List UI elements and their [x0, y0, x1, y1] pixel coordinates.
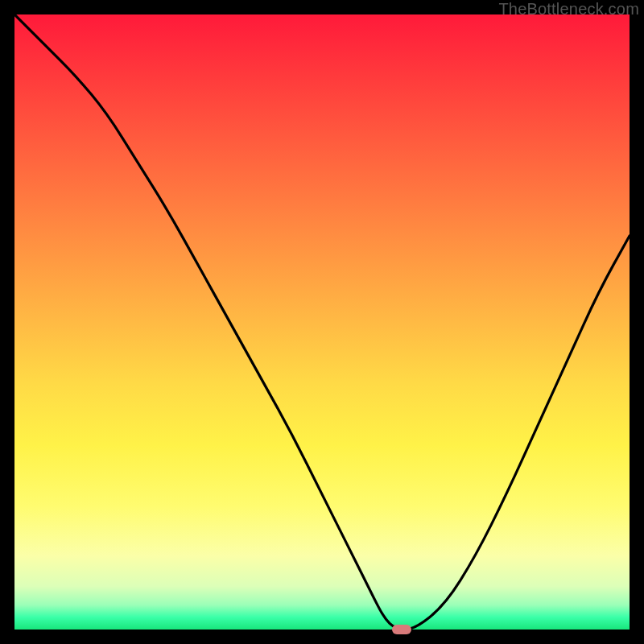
chart-plot-area — [14, 14, 630, 630]
bottleneck-curve — [14, 14, 630, 630]
curve-path — [14, 14, 630, 630]
optimum-marker — [392, 625, 411, 634]
watermark-label: TheBottleneck.com — [498, 0, 639, 19]
chart-frame: TheBottleneck.com — [0, 0, 644, 644]
